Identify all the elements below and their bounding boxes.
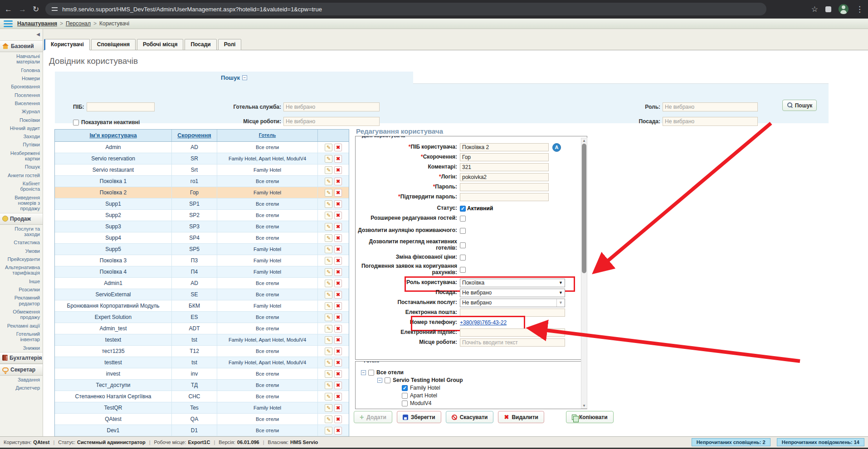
- digital-signature-input[interactable]: [460, 328, 565, 337]
- cell-hotel[interactable]: Все отели: [217, 232, 318, 243]
- cell-hotel[interactable]: Family Hotel, Apart Hotel, ModulV4: [217, 357, 318, 368]
- position-select[interactable]: Не вибрано ▼: [460, 289, 565, 297]
- cell-hotel[interactable]: Family Hotel: [217, 402, 318, 413]
- edit-pencil-icon[interactable]: ✎: [325, 144, 332, 151]
- edit-pencil-icon[interactable]: ✎: [325, 212, 332, 219]
- column-header-abbr[interactable]: Скорочення: [172, 130, 217, 141]
- site-settings-icon[interactable]: [52, 6, 58, 12]
- unread-messages-badge[interactable]: Непрочитаних повідомлень: 14: [777, 438, 864, 446]
- scroll-up-icon[interactable]: ▲: [581, 139, 587, 143]
- phone-number-link[interactable]: +380(98)765-43-22: [460, 319, 507, 326]
- sidebar-item[interactable]: Бронювання: [0, 82, 43, 91]
- delete-x-icon[interactable]: ✖: [334, 370, 342, 378]
- table-row[interactable]: Тест_доступи ТД Все отели ✎ ✖: [55, 380, 349, 391]
- delete-x-icon[interactable]: ✖: [334, 325, 342, 333]
- bookmark-star-icon[interactable]: ☆: [811, 5, 818, 13]
- show-inactive-checkbox[interactable]: [73, 120, 79, 126]
- cell-abbr[interactable]: ES: [172, 312, 217, 323]
- scrollbar-thumb[interactable]: [582, 144, 586, 273]
- cell-hotel[interactable]: Family Hotel: [217, 266, 318, 277]
- sidebar-item[interactable]: Послуги та заходи: [0, 225, 43, 239]
- edit-pencil-icon[interactable]: ✎: [325, 166, 332, 174]
- table-row[interactable]: ServioExternal SE Все отели ✎ ✖: [55, 289, 349, 300]
- cell-hotel[interactable]: Все отели: [217, 221, 318, 232]
- edit-pencil-icon[interactable]: ✎: [325, 189, 332, 197]
- delete-x-icon[interactable]: ✖: [334, 427, 342, 435]
- cell-abbr[interactable]: tst: [172, 334, 217, 345]
- cell-abbr[interactable]: го1: [172, 176, 217, 187]
- extensions-icon[interactable]: [825, 6, 831, 12]
- cell-hotel[interactable]: Все отели: [217, 380, 318, 391]
- cell-hotel[interactable]: Все отели: [217, 346, 318, 357]
- modulv4-checkbox[interactable]: [402, 401, 408, 406]
- cell-hotel[interactable]: Все отели: [217, 323, 318, 334]
- sidebar-item[interactable]: Знижки: [0, 344, 43, 352]
- delete-x-icon[interactable]: ✖: [334, 178, 342, 185]
- cell-abbr[interactable]: Гор: [172, 187, 217, 198]
- table-row[interactable]: invest inv Все отели ✎ ✖: [55, 368, 349, 380]
- email-input[interactable]: [460, 309, 565, 317]
- table-row[interactable]: testext tst Family Hotel, Apart Hotel, M…: [55, 334, 349, 346]
- edit-pencil-icon[interactable]: ✎: [325, 280, 332, 287]
- edit-pencil-icon[interactable]: ✎: [325, 381, 332, 389]
- edit-pencil-icon[interactable]: ✎: [325, 155, 332, 163]
- sidebar-item[interactable]: Альтернативна тарифікація: [0, 263, 43, 277]
- cell-username[interactable]: Expert Solution: [55, 312, 172, 323]
- cell-abbr[interactable]: П4: [172, 266, 217, 277]
- delete-x-icon[interactable]: ✖: [334, 234, 342, 242]
- cell-hotel[interactable]: Family Hotel: [217, 244, 318, 255]
- table-row[interactable]: Покоївка 4 П4 Family Hotel ✎ ✖: [55, 266, 349, 278]
- delete-x-icon[interactable]: ✖: [334, 246, 342, 253]
- cell-abbr[interactable]: SE: [172, 289, 217, 300]
- delete-x-icon[interactable]: ✖: [334, 200, 342, 208]
- cell-username[interactable]: тест1235: [55, 346, 172, 357]
- table-row[interactable]: Servio reservation SR Family Hotel, Apar…: [55, 153, 349, 164]
- workplace-input[interactable]: [460, 338, 565, 347]
- table-row[interactable]: testtest tst Family Hotel, Apart Hotel, …: [55, 357, 349, 368]
- cell-hotel[interactable]: Все отели: [217, 176, 318, 187]
- table-row[interactable]: Servio restaurant Srt Family Hotel ✎ ✖: [55, 164, 349, 176]
- sidebar-item[interactable]: Анкети гостей: [0, 171, 43, 179]
- edit-pencil-icon[interactable]: ✎: [325, 359, 332, 367]
- cell-abbr[interactable]: SP2: [172, 210, 217, 221]
- cell-abbr[interactable]: Tes: [172, 402, 217, 413]
- table-row[interactable]: QAtest QA Все отели ✎ ✖: [55, 414, 349, 425]
- cell-hotel[interactable]: Все отели: [217, 289, 318, 300]
- delete-x-icon[interactable]: ✖: [334, 268, 342, 276]
- cell-hotel[interactable]: Все отели: [217, 142, 318, 153]
- user-role-select[interactable]: Покоївка ▼: [460, 279, 565, 287]
- cell-abbr[interactable]: П3: [172, 255, 217, 266]
- sidebar-section-accounting[interactable]: Бухгалтерія: [0, 352, 43, 364]
- cell-username[interactable]: Покоївка 2: [55, 187, 172, 198]
- delete-x-icon[interactable]: ✖: [334, 189, 342, 197]
- delete-x-icon[interactable]: ✖: [334, 348, 342, 355]
- tab[interactable]: Сповіщення: [91, 39, 136, 50]
- cell-hotel[interactable]: Все отели: [217, 368, 318, 379]
- cell-abbr[interactable]: inv: [172, 368, 217, 379]
- delete-x-icon[interactable]: ✖: [334, 393, 342, 401]
- sidebar-item[interactable]: Виведення номерів з продажу: [0, 193, 43, 213]
- table-row[interactable]: Supp3 SP3 Все отели ✎ ✖: [55, 221, 349, 232]
- cell-username[interactable]: Бронювання Корпоративний Модуль: [55, 300, 172, 311]
- search-role-input[interactable]: [663, 102, 758, 111]
- table-row[interactable]: Expert Solution ES Все отели ✎ ✖: [55, 312, 349, 323]
- cell-username[interactable]: Покоївка 1: [55, 176, 172, 187]
- comments-input[interactable]: [460, 163, 549, 171]
- table-row[interactable]: Admin_test ADT Все отели ✎ ✖: [55, 323, 349, 334]
- login-input[interactable]: [460, 173, 549, 181]
- sidebar-item[interactable]: Путівки: [0, 140, 43, 149]
- tab[interactable]: Користувачі: [44, 39, 90, 50]
- edit-pencil-icon[interactable]: ✎: [325, 404, 332, 412]
- scroll-down-icon[interactable]: ▼: [581, 404, 587, 408]
- cell-hotel[interactable]: Все отели: [217, 312, 318, 323]
- save-button[interactable]: Зберегти: [397, 411, 441, 423]
- delete-x-icon[interactable]: ✖: [334, 336, 342, 344]
- sidebar-item[interactable]: Завдання: [0, 376, 43, 384]
- allow-annul-checkbox[interactable]: [460, 228, 466, 234]
- delete-button[interactable]: ✖ Видалити: [498, 411, 544, 423]
- cell-username[interactable]: Dev1: [55, 425, 172, 436]
- sidebar-item[interactable]: Журнал: [0, 107, 43, 116]
- table-row[interactable]: Admin1 AD Все отели ✎ ✖: [55, 278, 349, 289]
- cell-username[interactable]: testtest: [55, 357, 172, 368]
- cell-hotel[interactable]: Все отели: [217, 198, 318, 209]
